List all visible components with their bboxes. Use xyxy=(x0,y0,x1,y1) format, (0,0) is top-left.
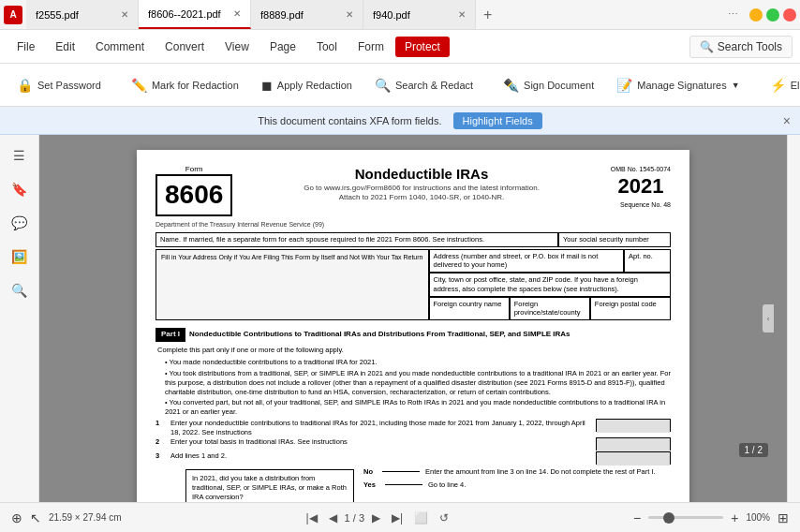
statusbar: ⊕ ↖ 21.59 × 27.94 cm |◀ ◀ 1 / 3 ▶ ▶| ⬜ ↺… xyxy=(0,502,800,532)
menu-tool[interactable]: Tool xyxy=(307,37,347,57)
sidebar-panels-icon[interactable]: ☰ xyxy=(7,142,33,169)
bullet-2: • You took distributions from a traditio… xyxy=(165,369,671,396)
form-number: 8606 xyxy=(156,174,232,215)
notification-close[interactable]: × xyxy=(783,113,791,128)
line-2-row: 2 Enter your total basis in traditional … xyxy=(156,437,671,451)
menu-file[interactable]: File xyxy=(7,37,44,57)
doc-title: Nondeductible IRAs xyxy=(242,165,601,184)
tab-label: f8606--2021.pdf xyxy=(148,8,221,20)
menu-page[interactable]: Page xyxy=(260,37,305,57)
tab-label: f940.pdf xyxy=(373,9,410,21)
search-redact-button[interactable]: 🔍 Search & Redact xyxy=(365,68,482,102)
page-badge: 1 / 2 xyxy=(739,443,768,457)
omb-number: OMB No. 1545-0074 xyxy=(611,165,671,173)
document-page: Form 8606 Nondeductible IRAs Go to www.i… xyxy=(137,150,689,502)
toolbar: 🔒 Set Password ✏️ Mark for Redaction ◼ A… xyxy=(0,64,800,107)
yes-no-section: In 2021, did you take a distribution fro… xyxy=(170,467,671,502)
no-row: No Enter the amount from line 3 on line … xyxy=(363,467,671,477)
zoom-out-button[interactable]: − xyxy=(633,510,641,525)
line1-box xyxy=(596,419,671,432)
tab-close[interactable]: ✕ xyxy=(121,9,128,20)
sign-document-button[interactable]: ✒️ Sign Document xyxy=(494,68,603,102)
city-field: City, town or post office, state, and ZI… xyxy=(429,273,672,297)
tab-f2555[interactable]: f2555.pdf ✕ xyxy=(26,0,139,29)
menu-form[interactable]: Form xyxy=(348,37,393,57)
set-password-label: Set Password xyxy=(37,80,101,91)
electro-label: Electro... xyxy=(791,80,800,91)
ssn-field: Your social security number xyxy=(558,232,671,247)
signatures-icon: 📝 xyxy=(616,78,632,93)
menu-comment[interactable]: Comment xyxy=(86,37,154,57)
dimensions-text: 21.59 × 27.94 cm xyxy=(49,512,122,523)
inset-question-box: In 2021, did you take a distribution fro… xyxy=(185,469,354,502)
fit-page-button[interactable]: ⬜ xyxy=(410,510,432,526)
electro-button[interactable]: ⚡ Electro... xyxy=(761,68,800,102)
menu-edit[interactable]: Edit xyxy=(46,37,84,57)
cursor-tool-icon[interactable]: ⊕ xyxy=(11,510,22,525)
prev-page-button[interactable]: ◀ xyxy=(325,510,341,526)
doc-omb: OMB No. 1545-0074 2021 Sequence No. 48 xyxy=(611,165,671,209)
zoom-in-button[interactable]: + xyxy=(731,510,738,525)
sidebar-search-icon[interactable]: 🔍 xyxy=(7,277,33,303)
doc-subtitle1: Go to www.irs.gov/Form8606 for instructi… xyxy=(242,184,601,193)
sidebar-comments-icon[interactable]: 💬 xyxy=(7,210,33,236)
menu-protect[interactable]: Protect xyxy=(395,37,450,57)
tab-f940[interactable]: f940.pdf ✕ xyxy=(363,0,476,29)
search-tools-button[interactable]: 🔍 Search Tools xyxy=(689,36,793,58)
line2-box xyxy=(596,437,671,451)
sidebar-thumbnails-icon[interactable]: 🖼️ xyxy=(7,244,33,270)
line2-text: Enter your total basis in traditional IR… xyxy=(170,437,592,447)
collapse-right-button[interactable]: ‹ xyxy=(763,304,774,332)
line3-box xyxy=(596,451,671,465)
yes-text: Go to line 4. xyxy=(428,480,466,490)
next-page-button[interactable]: ▶ xyxy=(368,510,384,526)
maximize-button[interactable] xyxy=(766,8,779,22)
tab-f8606[interactable]: f8606--2021.pdf ✕ xyxy=(139,0,251,29)
form-label: Form xyxy=(156,165,232,174)
addr1-field: Address (number and street, or P.O. box … xyxy=(429,249,625,273)
highlight-fields-button[interactable]: Highlight Fields xyxy=(453,112,542,129)
sidebar-bookmarks-icon[interactable]: 🔖 xyxy=(7,176,33,202)
app-icon: A xyxy=(4,6,22,24)
minimize-button[interactable] xyxy=(749,8,763,22)
electro-icon: ⚡ xyxy=(770,78,786,93)
doc-header: Form 8606 Nondeductible IRAs Go to www.i… xyxy=(156,165,671,216)
tab-f8889[interactable]: f8889.pdf ✕ xyxy=(251,0,363,29)
inset-question: In 2021, did you take a distribution fro… xyxy=(192,474,348,501)
foreign-country-field: Foreign country name xyxy=(429,297,510,321)
sidebar-right xyxy=(787,135,800,502)
rotate-button[interactable]: ↺ xyxy=(436,510,452,526)
tab-close[interactable]: ✕ xyxy=(458,9,466,20)
menu-view[interactable]: View xyxy=(215,37,259,57)
arrow-tool-icon[interactable]: ↖ xyxy=(30,510,41,525)
overflow-button[interactable]: ⋯ xyxy=(722,8,744,21)
close-button[interactable] xyxy=(783,8,796,22)
tabs-bar: f2555.pdf ✕ f8606--2021.pdf ✕ f8889.pdf … xyxy=(26,0,722,29)
new-tab-button[interactable]: + xyxy=(476,7,499,23)
tab-close[interactable]: ✕ xyxy=(233,8,241,19)
notification-bar: This document contains XFA form fields. … xyxy=(0,107,800,135)
mark-for-redaction-button[interactable]: ✏️ Mark for Redaction xyxy=(122,68,248,102)
last-page-button[interactable]: ▶| xyxy=(388,510,407,526)
menu-convert[interactable]: Convert xyxy=(156,37,214,57)
tab-close[interactable]: ✕ xyxy=(346,9,353,20)
part1-subtitle: Complete this part only if one or more o… xyxy=(157,346,671,355)
notification-text: This document contains XFA form fields. xyxy=(258,115,441,126)
document-area: Form 8606 Nondeductible IRAs Go to www.i… xyxy=(39,135,787,502)
apply-redaction-button[interactable]: ◼ Apply Redaction xyxy=(252,68,362,102)
apply-icon: ◼ xyxy=(261,78,273,93)
statusbar-right: − + 100% ⊞ xyxy=(633,510,789,525)
lock-icon: 🔒 xyxy=(17,78,33,93)
zoom-slider[interactable] xyxy=(648,516,723,519)
first-page-button[interactable]: |◀ xyxy=(302,510,320,526)
tab-label: f8889.pdf xyxy=(260,9,304,21)
set-password-button[interactable]: 🔒 Set Password xyxy=(7,68,111,102)
yes-row: Yes Go to line 4. xyxy=(363,480,671,490)
manage-signatures-button[interactable]: 📝 Manage Signatures ▼ xyxy=(607,68,748,102)
bullet-1: • You made nondeductible contributions t… xyxy=(165,358,671,367)
fit-options-button[interactable]: ⊞ xyxy=(778,510,789,525)
line3-text: Add lines 1 and 2. xyxy=(170,451,592,461)
no-label: No xyxy=(363,467,373,477)
sidebar-left: ☰ 🔖 💬 🖼️ 🔍 xyxy=(0,135,39,502)
part1-title: Nondeductible Contributions to Tradition… xyxy=(189,330,570,339)
